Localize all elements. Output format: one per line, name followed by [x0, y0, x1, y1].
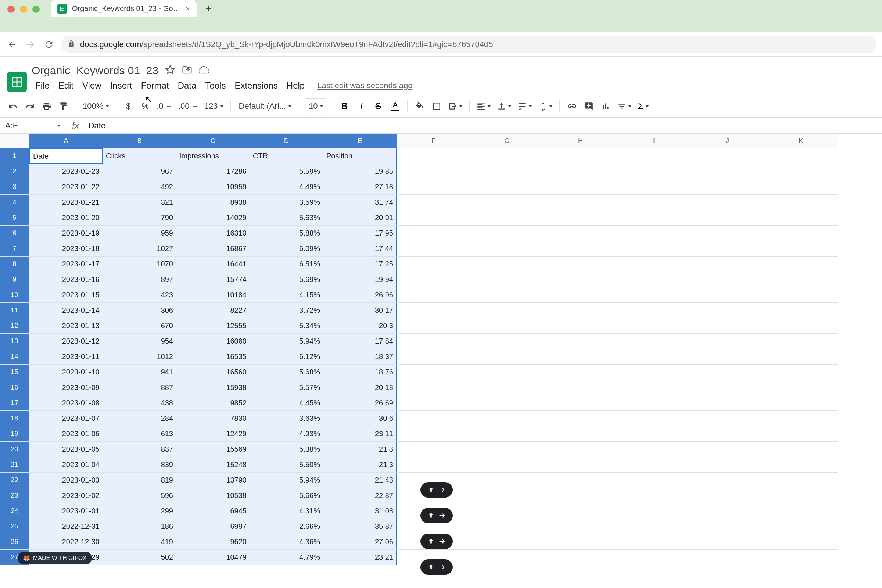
cell[interactable]	[544, 179, 617, 195]
cell[interactable]: 2023-01-13	[29, 318, 103, 334]
cell[interactable]	[397, 457, 470, 472]
cell[interactable]	[470, 241, 544, 256]
cell[interactable]: 837	[103, 442, 176, 457]
cell[interactable]	[617, 287, 691, 303]
row-header[interactable]: 16	[0, 380, 29, 395]
cell[interactable]	[764, 519, 838, 534]
cell[interactable]: 31.74	[323, 195, 397, 210]
cell[interactable]	[691, 550, 764, 565]
cell[interactable]: 284	[103, 411, 176, 426]
cell[interactable]: 5.59%	[250, 164, 323, 179]
cell[interactable]: 16560	[176, 364, 250, 380]
row-header[interactable]: 9	[0, 272, 29, 287]
functions-button[interactable]: Σ	[635, 99, 651, 114]
cell[interactable]: 10184	[176, 287, 250, 303]
cell[interactable]: 4.45%	[250, 395, 323, 411]
cell[interactable]	[397, 148, 470, 164]
cell[interactable]: 10959	[176, 179, 250, 195]
cell[interactable]	[544, 164, 617, 179]
col-header-G[interactable]: G	[470, 134, 544, 148]
col-header-E[interactable]: E	[323, 134, 397, 148]
cell[interactable]	[397, 179, 470, 195]
cell[interactable]	[617, 272, 691, 287]
row-header[interactable]: 2	[0, 164, 29, 179]
back-button[interactable]	[6, 38, 18, 51]
cell[interactable]: 16867	[176, 241, 250, 256]
cell[interactable]	[397, 380, 470, 395]
cell[interactable]	[544, 226, 617, 241]
cell[interactable]	[470, 504, 544, 519]
cell[interactable]	[764, 148, 838, 164]
cell[interactable]	[617, 457, 691, 472]
cell[interactable]: 15938	[176, 380, 250, 395]
cell[interactable]: 2023-01-18	[29, 241, 103, 256]
cell[interactable]	[397, 287, 470, 303]
rotation-button[interactable]	[536, 99, 555, 114]
cell[interactable]	[691, 179, 764, 195]
cell[interactable]: 20.91	[323, 210, 397, 226]
col-header-B[interactable]: B	[103, 134, 176, 148]
cell[interactable]	[544, 148, 617, 164]
cell[interactable]	[544, 334, 617, 349]
cell[interactable]: 2023-01-02	[29, 488, 103, 504]
cell[interactable]	[617, 318, 691, 334]
cell[interactable]: 4.79%	[250, 550, 323, 565]
cell[interactable]: 6.12%	[250, 349, 323, 364]
chart-button[interactable]	[598, 99, 614, 114]
cell[interactable]	[691, 411, 764, 426]
cell[interactable]: Impressions	[176, 148, 250, 164]
move-icon[interactable]	[182, 64, 192, 76]
cell[interactable]: 12429	[176, 426, 250, 442]
cell[interactable]	[544, 472, 617, 488]
strikethrough-button[interactable]: S	[370, 99, 386, 114]
cell[interactable]: 17.25	[323, 256, 397, 272]
fill-color-button[interactable]	[412, 99, 428, 114]
cell[interactable]: 21.3	[323, 457, 397, 472]
cell[interactable]	[397, 241, 470, 256]
cell[interactable]	[764, 241, 838, 256]
col-header-C[interactable]: C	[176, 134, 250, 148]
cell[interactable]: 2023-01-19	[29, 226, 103, 241]
wrap-button[interactable]	[515, 99, 534, 114]
cell[interactable]	[470, 380, 544, 395]
cell[interactable]	[397, 364, 470, 380]
col-header-D[interactable]: D	[250, 134, 323, 148]
row-header[interactable]: 17	[0, 395, 29, 411]
cell[interactable]	[617, 303, 691, 318]
row-header[interactable]: 1	[0, 148, 29, 164]
cell[interactable]: 2023-01-09	[29, 380, 103, 395]
cell[interactable]	[470, 179, 544, 195]
cell[interactable]	[764, 334, 838, 349]
cell[interactable]	[764, 256, 838, 272]
cell[interactable]	[617, 349, 691, 364]
cell[interactable]	[617, 334, 691, 349]
cell[interactable]: 4.93%	[250, 426, 323, 442]
cell[interactable]	[544, 256, 617, 272]
cell[interactable]: Date	[29, 148, 103, 164]
cell[interactable]: CTR	[250, 148, 323, 164]
cell[interactable]: 4.49%	[250, 179, 323, 195]
cell[interactable]: 16441	[176, 256, 250, 272]
cell[interactable]	[544, 241, 617, 256]
cell[interactable]	[617, 534, 691, 550]
cell[interactable]: 16060	[176, 334, 250, 349]
cell[interactable]: 2023-01-21	[29, 195, 103, 210]
col-header-F[interactable]: F	[397, 134, 470, 148]
cell[interactable]	[764, 488, 838, 504]
cell[interactable]: 5.38%	[250, 442, 323, 457]
cell[interactable]	[691, 504, 764, 519]
cell[interactable]	[691, 472, 764, 488]
row-header[interactable]: 10	[0, 287, 29, 303]
cell[interactable]	[470, 442, 544, 457]
cell[interactable]	[617, 488, 691, 504]
cell[interactable]: 3.72%	[250, 303, 323, 318]
cell[interactable]	[544, 426, 617, 442]
cell[interactable]	[691, 210, 764, 226]
cell[interactable]	[617, 241, 691, 256]
cell[interactable]: Position	[323, 148, 397, 164]
cell[interactable]	[470, 550, 544, 565]
cell[interactable]	[544, 550, 617, 565]
cell[interactable]	[691, 426, 764, 442]
cell[interactable]: 10538	[176, 488, 250, 504]
cell[interactable]	[764, 226, 838, 241]
